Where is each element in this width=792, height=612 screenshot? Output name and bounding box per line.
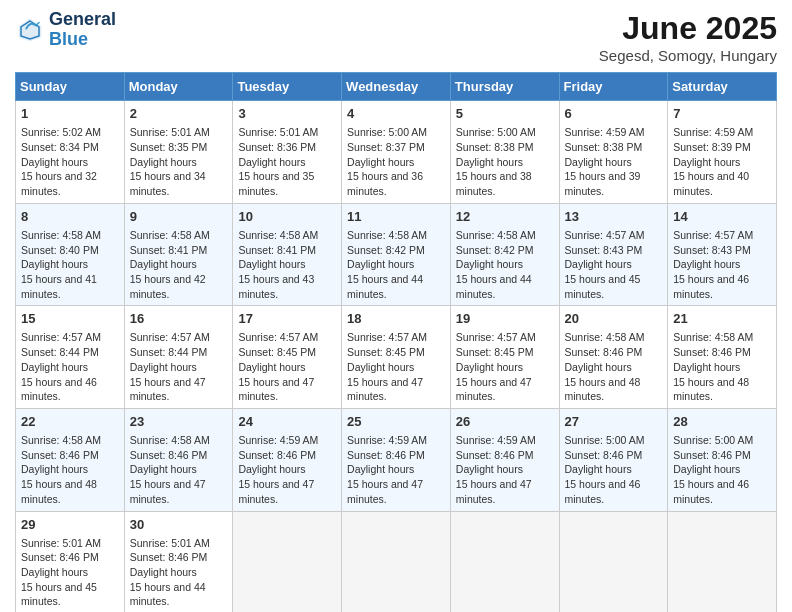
day-number: 1 (21, 105, 119, 123)
calendar-cell (233, 511, 342, 612)
month-title: June 2025 (599, 10, 777, 47)
sunrise-text: Sunrise: 4:57 AM (673, 229, 753, 241)
sunset-text: Sunset: 8:46 PM (565, 346, 643, 358)
day-number: 20 (565, 310, 663, 328)
sunset-text: Sunset: 8:34 PM (21, 141, 99, 153)
calendar-week-5: 29Sunrise: 5:01 AMSunset: 8:46 PMDayligh… (16, 511, 777, 612)
daylight-duration: 15 hours and 47 minutes. (238, 478, 314, 505)
sunrise-text: Sunrise: 4:59 AM (456, 434, 536, 446)
daylight-label: Daylight hours (238, 361, 305, 373)
sunrise-text: Sunrise: 5:01 AM (21, 537, 101, 549)
calendar-cell: 11Sunrise: 4:58 AMSunset: 8:42 PMDayligh… (342, 203, 451, 306)
calendar-cell: 30Sunrise: 5:01 AMSunset: 8:46 PMDayligh… (124, 511, 233, 612)
day-number: 11 (347, 208, 445, 226)
weekday-header-saturday: Saturday (668, 73, 777, 101)
day-number: 19 (456, 310, 554, 328)
daylight-duration: 15 hours and 48 minutes. (21, 478, 97, 505)
daylight-label: Daylight hours (673, 258, 740, 270)
sunrise-text: Sunrise: 4:59 AM (347, 434, 427, 446)
sunrise-text: Sunrise: 5:01 AM (130, 126, 210, 138)
sunrise-text: Sunrise: 5:01 AM (238, 126, 318, 138)
day-number: 28 (673, 413, 771, 431)
daylight-label: Daylight hours (565, 463, 632, 475)
day-number: 24 (238, 413, 336, 431)
weekday-header-monday: Monday (124, 73, 233, 101)
sunset-text: Sunset: 8:45 PM (347, 346, 425, 358)
calendar-cell: 9Sunrise: 4:58 AMSunset: 8:41 PMDaylight… (124, 203, 233, 306)
daylight-duration: 15 hours and 47 minutes. (238, 376, 314, 403)
sunrise-text: Sunrise: 4:58 AM (565, 331, 645, 343)
calendar-cell (559, 511, 668, 612)
daylight-label: Daylight hours (456, 156, 523, 168)
calendar-cell: 12Sunrise: 4:58 AMSunset: 8:42 PMDayligh… (450, 203, 559, 306)
day-number: 22 (21, 413, 119, 431)
daylight-label: Daylight hours (673, 463, 740, 475)
calendar-cell: 18Sunrise: 4:57 AMSunset: 8:45 PMDayligh… (342, 306, 451, 409)
calendar-cell: 7Sunrise: 4:59 AMSunset: 8:39 PMDaylight… (668, 101, 777, 204)
calendar-cell: 1Sunrise: 5:02 AMSunset: 8:34 PMDaylight… (16, 101, 125, 204)
sunset-text: Sunset: 8:46 PM (130, 551, 208, 563)
svg-marker-0 (19, 19, 42, 42)
daylight-duration: 15 hours and 44 minutes. (347, 273, 423, 300)
sunrise-text: Sunrise: 4:59 AM (673, 126, 753, 138)
sunset-text: Sunset: 8:45 PM (238, 346, 316, 358)
sunset-text: Sunset: 8:46 PM (21, 551, 99, 563)
daylight-label: Daylight hours (456, 361, 523, 373)
daylight-label: Daylight hours (130, 361, 197, 373)
daylight-duration: 15 hours and 39 minutes. (565, 170, 641, 197)
daylight-label: Daylight hours (565, 258, 632, 270)
weekday-header-friday: Friday (559, 73, 668, 101)
daylight-label: Daylight hours (21, 361, 88, 373)
day-number: 9 (130, 208, 228, 226)
day-number: 17 (238, 310, 336, 328)
calendar-cell: 17Sunrise: 4:57 AMSunset: 8:45 PMDayligh… (233, 306, 342, 409)
day-number: 7 (673, 105, 771, 123)
daylight-duration: 15 hours and 47 minutes. (347, 376, 423, 403)
daylight-label: Daylight hours (347, 361, 414, 373)
sunrise-text: Sunrise: 4:59 AM (565, 126, 645, 138)
daylight-duration: 15 hours and 47 minutes. (347, 478, 423, 505)
day-number: 13 (565, 208, 663, 226)
sunrise-text: Sunrise: 4:58 AM (130, 434, 210, 446)
logo: GeneralBlue (15, 10, 116, 50)
daylight-duration: 15 hours and 43 minutes. (238, 273, 314, 300)
daylight-label: Daylight hours (130, 463, 197, 475)
daylight-duration: 15 hours and 32 minutes. (21, 170, 97, 197)
daylight-label: Daylight hours (238, 156, 305, 168)
sunset-text: Sunset: 8:46 PM (347, 449, 425, 461)
daylight-label: Daylight hours (21, 156, 88, 168)
day-number: 10 (238, 208, 336, 226)
daylight-label: Daylight hours (673, 361, 740, 373)
daylight-label: Daylight hours (21, 258, 88, 270)
location-title: Segesd, Somogy, Hungary (599, 47, 777, 64)
title-area: June 2025 Segesd, Somogy, Hungary (599, 10, 777, 64)
calendar-cell: 25Sunrise: 4:59 AMSunset: 8:46 PMDayligh… (342, 408, 451, 511)
calendar-cell (450, 511, 559, 612)
sunrise-text: Sunrise: 5:00 AM (673, 434, 753, 446)
daylight-duration: 15 hours and 34 minutes. (130, 170, 206, 197)
calendar-cell: 6Sunrise: 4:59 AMSunset: 8:38 PMDaylight… (559, 101, 668, 204)
sunrise-text: Sunrise: 4:57 AM (130, 331, 210, 343)
daylight-label: Daylight hours (21, 463, 88, 475)
calendar-week-4: 22Sunrise: 4:58 AMSunset: 8:46 PMDayligh… (16, 408, 777, 511)
daylight-label: Daylight hours (347, 463, 414, 475)
sunset-text: Sunset: 8:46 PM (21, 449, 99, 461)
sunrise-text: Sunrise: 4:57 AM (456, 331, 536, 343)
weekday-header-thursday: Thursday (450, 73, 559, 101)
calendar-cell: 26Sunrise: 4:59 AMSunset: 8:46 PMDayligh… (450, 408, 559, 511)
sunset-text: Sunset: 8:46 PM (673, 346, 751, 358)
daylight-duration: 15 hours and 46 minutes. (673, 478, 749, 505)
daylight-label: Daylight hours (347, 258, 414, 270)
daylight-duration: 15 hours and 46 minutes. (673, 273, 749, 300)
sunrise-text: Sunrise: 4:58 AM (21, 434, 101, 446)
sunrise-text: Sunrise: 4:58 AM (238, 229, 318, 241)
sunrise-text: Sunrise: 5:00 AM (456, 126, 536, 138)
sunset-text: Sunset: 8:38 PM (456, 141, 534, 153)
calendar-cell: 10Sunrise: 4:58 AMSunset: 8:41 PMDayligh… (233, 203, 342, 306)
calendar-week-1: 1Sunrise: 5:02 AMSunset: 8:34 PMDaylight… (16, 101, 777, 204)
sunrise-text: Sunrise: 4:57 AM (21, 331, 101, 343)
calendar-cell: 2Sunrise: 5:01 AMSunset: 8:35 PMDaylight… (124, 101, 233, 204)
day-number: 4 (347, 105, 445, 123)
daylight-duration: 15 hours and 47 minutes. (130, 478, 206, 505)
sunrise-text: Sunrise: 5:01 AM (130, 537, 210, 549)
